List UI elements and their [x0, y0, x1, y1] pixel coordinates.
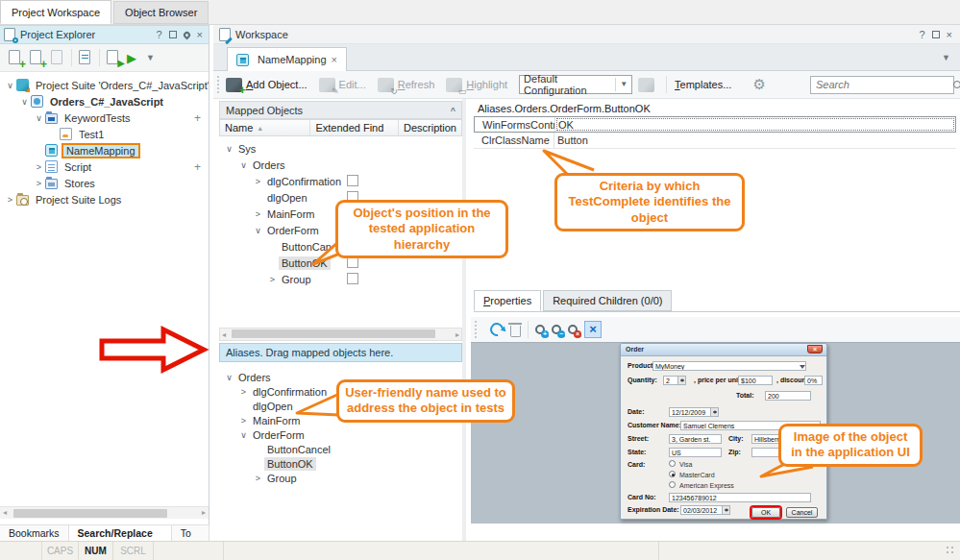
project-node-Stores[interactable]: >Stores — [0, 175, 209, 191]
project-node-Project-Suite-Logs[interactable]: >Project Suite Logs — [0, 191, 209, 207]
mapped-node-Orders[interactable]: ∨Orders — [219, 157, 462, 173]
project-node-Project-Suite-Orders-C-JavaScript-1-proje[interactable]: ∨Project Suite 'Orders_C#_JavaScript' (1… — [0, 77, 209, 93]
tab-object-browser[interactable]: Object Browser — [113, 1, 209, 24]
alias-node-ButtonOK[interactable]: ButtonOK — [219, 456, 462, 471]
fit-to-window-icon[interactable]: × — [584, 321, 602, 338]
expand-icon[interactable]: > — [252, 177, 264, 186]
expand-icon[interactable]: > — [252, 474, 264, 483]
add-new-project-suite-button[interactable]: + — [8, 50, 23, 66]
search-icon[interactable] — [953, 81, 960, 88]
tab-search-replace-results[interactable]: Search/Replace Results — [69, 525, 172, 541]
tab-to-do[interactable]: To Do — [172, 525, 209, 541]
highlight-button[interactable]: Highlight — [466, 79, 507, 90]
pin-icon[interactable] — [182, 30, 191, 39]
configuration-select[interactable]: Default Configuration ▼ — [519, 75, 632, 94]
tree-node-label: Orders_C#_JavaScript — [47, 95, 166, 109]
expand-icon[interactable]: > — [252, 209, 264, 219]
image-toolbar: + − × × — [471, 317, 960, 342]
criteria-row-WinFormsContro[interactable]: WinFormsControOK — [474, 116, 956, 133]
maximize-icon[interactable] — [169, 31, 177, 38]
collapse-icon[interactable]: ∨ — [4, 81, 16, 90]
toolbar-grip[interactable] — [475, 321, 478, 338]
templates-button[interactable]: Templates... — [675, 79, 731, 90]
column-name[interactable]: Name▲ — [220, 120, 310, 135]
order-ok-button: OK — [751, 507, 780, 518]
add-new-item-button[interactable]: + — [29, 50, 44, 66]
tab-namemapping[interactable]: NameMapping × — [227, 47, 347, 71]
tab-project-workspace[interactable]: Project Workspace — [0, 0, 111, 24]
expand-icon[interactable]: > — [237, 387, 250, 397]
project-node-Test1[interactable]: Test1 — [0, 126, 209, 142]
run-profile-button[interactable]: ▶ — [127, 50, 140, 66]
extended-find-checkbox[interactable] — [347, 175, 358, 186]
extended-find-checkbox[interactable] — [347, 273, 358, 284]
collapse-icon[interactable]: ∨ — [33, 113, 45, 123]
mapped-node-Group[interactable]: >Group — [219, 271, 462, 287]
scroll-left-icon[interactable]: ◂ — [3, 508, 7, 517]
zoom-in-icon[interactable]: + — [535, 325, 545, 334]
delete-image-icon[interactable] — [510, 326, 521, 337]
alias-node-ButtonCancel[interactable]: ButtonCancel — [219, 442, 462, 456]
tree-node-label: ButtonOK — [264, 457, 316, 471]
column-description[interactable]: Description — [399, 120, 461, 135]
project-node-Script[interactable]: >Script+ — [0, 158, 209, 175]
scroll-right-icon[interactable]: ▸ — [202, 508, 206, 517]
configuration-map-icon[interactable] — [638, 78, 654, 92]
collapse-icon[interactable]: ∨ — [237, 430, 250, 440]
run-project-button[interactable]: ▶ — [106, 50, 121, 66]
alias-node-Group[interactable]: >Group — [219, 471, 462, 485]
run-options-dropdown-icon[interactable]: ▼ — [146, 53, 155, 62]
collapse-icon[interactable]: ∨ — [223, 144, 235, 154]
add-item-button[interactable]: + — [194, 111, 201, 125]
resize-grip[interactable] — [946, 546, 957, 557]
tab-properties[interactable]: Properties — [474, 290, 541, 311]
zoom-reset-icon[interactable]: × — [568, 325, 578, 334]
criteria-value[interactable]: Button — [554, 133, 956, 148]
maximize-icon[interactable] — [932, 31, 940, 38]
column-extended-find[interactable]: Extended Find — [310, 120, 399, 135]
project-node-KeywordTests[interactable]: ∨KeywordTests+ — [0, 110, 209, 126]
criteria-value[interactable]: OK — [555, 117, 955, 132]
alias-node-OrderForm[interactable]: ∨OrderForm — [219, 427, 462, 442]
scroll-right-icon[interactable]: ▸ — [455, 330, 459, 339]
scrollbar-thumb[interactable] — [13, 509, 167, 518]
tab-required-children[interactable]: Required Children (0/0) — [543, 290, 672, 311]
toolbar-grip[interactable] — [217, 76, 220, 93]
mapped-node-Sys[interactable]: ∨Sys — [219, 140, 462, 157]
refresh-image-icon[interactable] — [487, 320, 505, 338]
gear-icon[interactable]: ⚙ — [752, 76, 765, 93]
tab-list-dropdown-icon[interactable]: ▼ — [942, 53, 950, 62]
tab-bookmarks[interactable]: Bookmarks — [0, 525, 69, 541]
close-icon[interactable]: × — [197, 29, 203, 40]
mapped-node-dlgConfirmation[interactable]: >dlgConfirmation — [219, 173, 462, 189]
help-icon[interactable]: ? — [919, 29, 924, 40]
scroll-left-icon[interactable]: ◂ — [222, 330, 226, 339]
expand-icon[interactable]: > — [33, 162, 45, 172]
help-icon[interactable]: ? — [156, 29, 161, 40]
project-explorer-hscrollbar[interactable]: ◂ ▸ — [0, 506, 209, 519]
mapped-objects-hscrollbar[interactable]: ◂ ▸ — [219, 328, 462, 341]
refresh-button[interactable]: Refresh — [398, 79, 435, 90]
edit-button[interactable]: Edit... — [339, 79, 366, 90]
open-item-button[interactable] — [50, 50, 65, 66]
search-input[interactable] — [816, 79, 953, 90]
collapse-icon[interactable]: ∨ — [237, 160, 250, 170]
expand-icon[interactable]: > — [33, 179, 45, 188]
project-node-NameMapping[interactable]: NameMapping — [0, 142, 209, 158]
close-tab-icon[interactable]: × — [332, 54, 337, 65]
project-node-Orders-C-JavaScript[interactable]: ∨Orders_C#_JavaScript — [0, 93, 209, 110]
organize-items-button[interactable] — [78, 50, 93, 66]
expand-icon[interactable]: > — [266, 275, 279, 284]
spinner-icon — [711, 407, 719, 417]
collapse-panel-icon[interactable]: ^ — [451, 106, 455, 115]
close-icon[interactable]: × — [947, 29, 952, 40]
expand-icon[interactable]: > — [4, 195, 16, 205]
collapse-icon[interactable]: ∨ — [252, 226, 264, 235]
collapse-icon[interactable]: ∨ — [223, 373, 235, 382]
add-item-button[interactable]: + — [194, 160, 201, 174]
collapse-icon[interactable]: ∨ — [18, 97, 31, 107]
zoom-out-icon[interactable]: − — [552, 325, 561, 334]
expand-icon[interactable]: > — [237, 416, 250, 426]
add-object-button[interactable]: Add Object... — [246, 79, 308, 90]
scrollbar-thumb[interactable] — [232, 329, 435, 338]
